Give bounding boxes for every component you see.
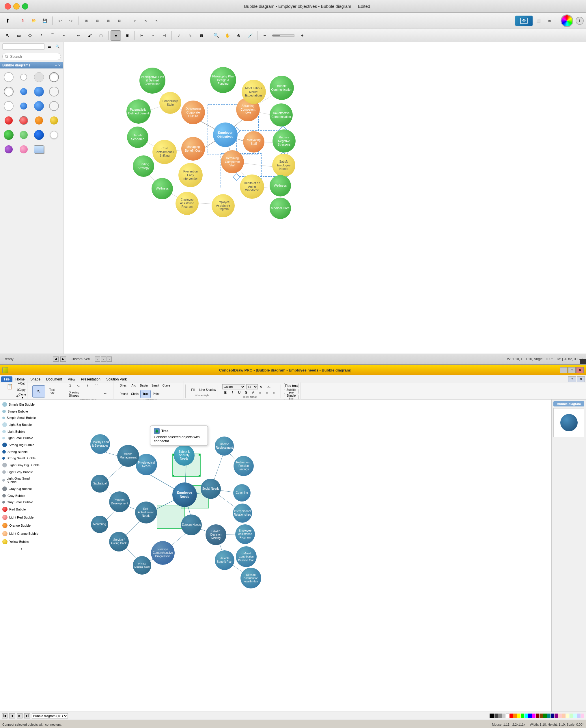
sidebar-list-view[interactable]: ☰ bbox=[46, 43, 53, 50]
bubble-reduce-neg[interactable]: Reduce Negative Stressors bbox=[272, 129, 296, 153]
sidebar-simple-big[interactable]: Simple Big Bubble bbox=[0, 401, 43, 408]
bubble-style-1[interactable] bbox=[2, 71, 15, 83]
bubble-style-21[interactable] bbox=[2, 143, 15, 156]
bubble-style-16[interactable] bbox=[48, 114, 60, 127]
color-swatch-lavender[interactable] bbox=[577, 713, 581, 718]
bot-bubble-service[interactable]: Service / Giving Back bbox=[109, 532, 129, 551]
bubble-benefit-comm[interactable]: Benefit Communication bbox=[270, 76, 294, 100]
strikethrough-btn[interactable]: S̶ bbox=[243, 390, 249, 395]
bot-bubble-private-medical[interactable]: Private Medical Care bbox=[133, 556, 151, 575]
sidebar-light-big[interactable]: Light Big Bubble bbox=[0, 421, 43, 428]
bubble-style-22[interactable] bbox=[17, 143, 30, 156]
cut-btn[interactable]: ✂ Cut bbox=[17, 380, 25, 386]
bot-bubble-esteem[interactable]: Esteem Needs bbox=[181, 514, 202, 535]
bot-bubble-sabbatical[interactable]: Sabbatical bbox=[91, 475, 109, 493]
crosshair-tool[interactable]: ⊕ bbox=[234, 30, 244, 41]
sidebar-strong-big[interactable]: Strong Big Bubble bbox=[0, 441, 43, 449]
drawing-btn5[interactable]: ~ bbox=[83, 390, 91, 398]
direct-btn[interactable]: Direct bbox=[118, 382, 129, 390]
win-close[interactable]: ✕ bbox=[576, 367, 584, 373]
zoom-slider[interactable] bbox=[272, 34, 295, 37]
color-swatch-dark-green[interactable] bbox=[543, 713, 547, 718]
sidebar-scroll-down[interactable]: ▼ bbox=[0, 546, 43, 551]
grid-tool3[interactable]: ⊠ bbox=[103, 16, 113, 26]
color-swatch-purple[interactable] bbox=[555, 713, 558, 718]
bubble-satisfy[interactable]: Satisfy Employee Needs bbox=[272, 154, 295, 177]
eraser-tool[interactable]: ◻ bbox=[96, 30, 106, 41]
new-button[interactable]: 🗎 bbox=[18, 16, 28, 26]
color-swatch-2[interactable] bbox=[498, 713, 502, 718]
color-swatch-pink[interactable] bbox=[581, 713, 584, 718]
page-first-btn[interactable]: |◀ bbox=[2, 713, 7, 719]
sidebar-yellow[interactable]: Yellow Bubble bbox=[0, 537, 43, 546]
bubble-style-17[interactable] bbox=[2, 129, 15, 141]
minimize-button[interactable] bbox=[13, 3, 20, 9]
bot-bubble-health-mgmt[interactable]: Health Management bbox=[117, 445, 139, 467]
bubble-tax-effective[interactable]: Tax-effective Compensation bbox=[270, 103, 293, 127]
select-tool[interactable]: ↖ bbox=[2, 30, 13, 41]
subtitle-text-btn[interactable]: Subtitle text bbox=[284, 389, 298, 394]
bot-bubble-emp-assist[interactable]: Employee Assistance Program bbox=[235, 524, 255, 544]
bot-bubble-healthy-food[interactable]: Healthy Food & Beverages bbox=[90, 434, 110, 454]
redo-button[interactable]: ↪ bbox=[66, 16, 76, 26]
save-button[interactable]: 💾 bbox=[39, 16, 50, 26]
brush-tool[interactable]: 🖌 bbox=[85, 30, 95, 41]
drawing-btn2[interactable]: ⬭ bbox=[74, 382, 83, 390]
color-swatch-cyan[interactable] bbox=[525, 713, 528, 718]
menu-shape[interactable]: Shape bbox=[27, 376, 43, 382]
sidebar-light-red[interactable]: Light Red Bubble bbox=[0, 513, 43, 522]
grid-tool1[interactable]: ⊞ bbox=[81, 16, 91, 26]
copy-btn[interactable]: ⧉ Copy bbox=[17, 387, 25, 393]
bot-bubble-flexible[interactable]: Flexible Benefit Plan bbox=[215, 550, 234, 570]
bezier-tool[interactable]: ~ bbox=[59, 30, 69, 41]
bubble-medical[interactable]: Medical Care bbox=[270, 198, 291, 219]
sidebar-lgray-small[interactable]: Light Gray Small Bubble bbox=[0, 475, 43, 485]
align-center-btn[interactable]: ≡ bbox=[264, 390, 270, 395]
page-width-btn[interactable]: ▪ bbox=[101, 356, 106, 362]
win-restore[interactable]: □ bbox=[568, 367, 576, 373]
sidebar-collapse-btn[interactable]: − bbox=[55, 63, 57, 67]
drawing-btn1[interactable]: ◻ bbox=[65, 382, 74, 390]
scale-tool2[interactable]: ⤡ bbox=[185, 30, 195, 41]
sidebar-strong-small[interactable]: Strong Small Bubble bbox=[0, 455, 43, 461]
bot-bubble-def-contrib-health[interactable]: Defined Contribution Health Plan bbox=[240, 568, 261, 588]
bot-bubble-personal-dev[interactable]: Personal Development bbox=[109, 492, 130, 512]
bubble-leadership[interactable]: Leadership Style bbox=[159, 92, 181, 114]
bubble-participative[interactable]: Participative: Flex & Defined Contributi… bbox=[139, 68, 165, 94]
paste-btn[interactable]: 📋 bbox=[3, 380, 16, 393]
bubble-cost[interactable]: Cost Containment & Shifting bbox=[153, 140, 177, 164]
canvas-area[interactable]: Employer Objectives Developing Corporate… bbox=[63, 42, 586, 354]
sidebar-light-orange[interactable]: Light Orange Bubble bbox=[0, 530, 43, 537]
color-swatch-teal[interactable] bbox=[547, 713, 551, 718]
simple-text-btn[interactable]: Simple text bbox=[284, 395, 298, 400]
bot-bubble-power[interactable]: Power: Decision Making bbox=[206, 524, 226, 545]
color-swatch-magenta[interactable] bbox=[532, 713, 535, 718]
page-full-btn[interactable]: ▪ bbox=[107, 356, 112, 362]
color-swatch-4[interactable] bbox=[506, 713, 509, 718]
bold-btn[interactable]: B bbox=[222, 390, 229, 395]
oval-tool[interactable]: ⬭ bbox=[25, 30, 35, 41]
fullscreen-button[interactable] bbox=[22, 3, 28, 9]
hand-tool[interactable]: ✋ bbox=[222, 30, 233, 41]
bot-canvas-wrapper[interactable]: 🌲 Tree Connect selected objects with con… bbox=[43, 400, 551, 711]
color-swatch-1[interactable] bbox=[495, 713, 498, 718]
align-right-btn[interactable]: ≡ bbox=[271, 390, 277, 395]
connector-tool3[interactable]: ⊣ bbox=[159, 30, 169, 41]
bot-bubble-retirement[interactable]: Retirement: Pension Savings bbox=[234, 456, 254, 476]
title-text-btn[interactable]: Title text bbox=[284, 383, 298, 388]
color-swatch-black[interactable] bbox=[489, 713, 494, 718]
search-input[interactable] bbox=[2, 53, 61, 60]
open-button[interactable]: 📂 bbox=[29, 16, 39, 26]
clone-btn[interactable]: ⊕ Clone ▾ bbox=[17, 393, 25, 399]
scale-tool3[interactable]: ⊞ bbox=[196, 30, 207, 41]
shadow-btn[interactable]: Shadow bbox=[207, 386, 215, 394]
arc-btn[interactable]: Arc bbox=[129, 382, 138, 390]
color-swatch-cream[interactable] bbox=[566, 713, 569, 718]
bubble-retaining[interactable]: Retaining Competent Staff bbox=[221, 150, 244, 173]
color-swatch-yellow[interactable] bbox=[517, 713, 521, 718]
sidebar-lgray[interactable]: Light Gray Bubble bbox=[0, 469, 43, 475]
bubble-employer-objectives[interactable]: Employer Objectives bbox=[213, 123, 238, 147]
bubble-wellness1[interactable]: Wellness bbox=[152, 178, 173, 199]
active-shape-tool[interactable]: ■ bbox=[111, 30, 121, 41]
bubble-paternalistic[interactable]: Paternalistic: Defined Benefit bbox=[127, 99, 151, 124]
